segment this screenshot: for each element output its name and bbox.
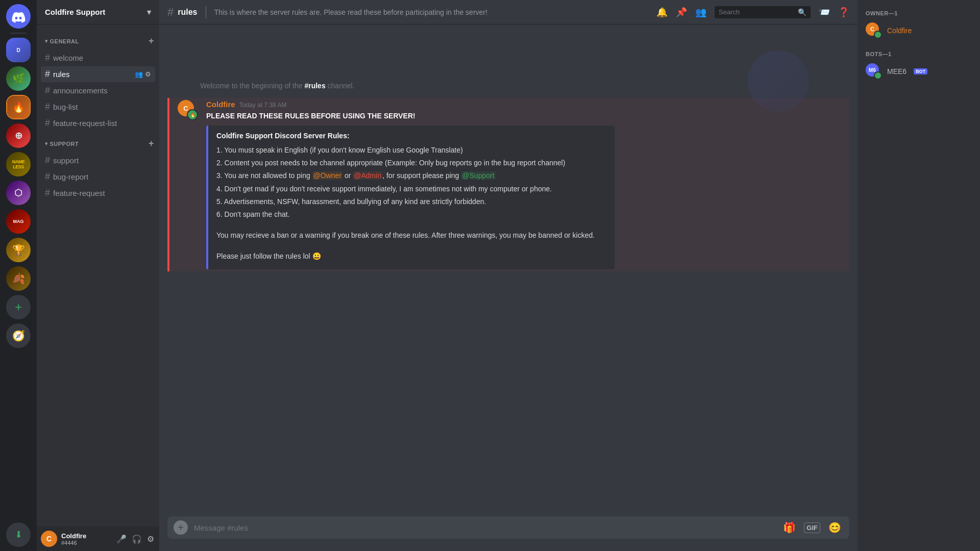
settings-icon[interactable]: ⚙	[145, 70, 151, 78]
channel-bug-list[interactable]: # bug-list	[41, 99, 155, 115]
member-list-icon[interactable]: 👥	[695, 7, 706, 18]
message-timestamp: Today at 7:38 AM	[239, 102, 287, 109]
search-icon: 🔍	[798, 8, 806, 16]
channel-header-hash-icon: #	[167, 6, 174, 19]
server-icon-4[interactable]: ⊕	[6, 123, 31, 148]
server-icon-1[interactable]: D	[6, 38, 31, 62]
manage-members-icon[interactable]: 👥	[135, 70, 143, 78]
channel-welcome[interactable]: # welcome	[41, 50, 155, 66]
embed-footer2: Please just follow the rules lol 😀	[216, 250, 606, 263]
message-bold-text: PLEASE READ THESE RULES BEFORE USING THE…	[206, 112, 415, 120]
server-name: Coldfire Support	[45, 8, 105, 16]
search-bar[interactable]: 🔍	[715, 6, 811, 18]
channel-feature-request-list-label: feature-request-list	[53, 119, 117, 128]
channel-start-name: #rules	[304, 82, 325, 90]
discord-home-button[interactable]	[6, 4, 31, 29]
embed-rule-5: 5. Advertisements, NSFW, harassment, and…	[216, 195, 606, 208]
member-sub-avatar	[874, 31, 882, 39]
member-coldfire[interactable]: C Coldfire	[862, 20, 976, 41]
embed-rule-6: 6. Don't spam the chat.	[216, 208, 606, 221]
server-icon-nameless[interactable]: NAMELESS	[6, 152, 31, 177]
chevron-down-icon: ▾	[147, 8, 151, 17]
member-category-bots: BOTS—1	[862, 49, 976, 59]
category-general[interactable]: ▾ GENERAL +	[37, 33, 159, 49]
pinned-messages-icon[interactable]: 📌	[676, 7, 687, 18]
avatar-sub: 🔥	[187, 109, 198, 120]
channel-welcome-label: welcome	[53, 54, 83, 62]
messages-area[interactable]: Welcome to the beginning of the #rules c…	[159, 24, 857, 516]
channel-sidebar: Coldfire Support ▾ ▾ GENERAL + # welcome…	[37, 0, 159, 551]
user-settings-button[interactable]: ⚙	[146, 533, 155, 545]
user-name: Coldfire	[61, 532, 111, 540]
message-input-area: + 🎁 GIF 😊	[159, 516, 857, 551]
member-name-mee6: MEE6	[887, 67, 906, 76]
server-icon-2[interactable]: 🌿	[6, 66, 31, 91]
add-channel-support-button[interactable]: +	[148, 137, 155, 150]
add-server-button[interactable]: +	[6, 295, 31, 319]
gift-icon[interactable]: 🎁	[781, 519, 798, 536]
channel-announcements[interactable]: # announcements	[41, 83, 155, 98]
hash-icon: #	[45, 69, 50, 80]
message-input[interactable]	[194, 523, 775, 532]
add-channel-button[interactable]: +	[148, 35, 155, 47]
server-icon-8[interactable]: 🏆	[6, 238, 31, 262]
hash-icon: #	[45, 85, 50, 96]
message-author[interactable]: Coldfire	[206, 100, 235, 109]
download-button[interactable]: ⬇	[6, 522, 31, 547]
channel-rules-label: rules	[53, 70, 70, 79]
member-list: OWNER—1 C Coldfire BOTS—1 M6 MEE6 BOT	[857, 0, 980, 551]
channel-support[interactable]: # support	[41, 153, 155, 168]
channel-feature-request-list[interactable]: # feature-request-list	[41, 115, 155, 131]
server-icon-coldfire[interactable]: 🔥	[6, 95, 31, 119]
user-panel: C Coldfire #4446 🎤 🎧 ⚙	[37, 527, 159, 551]
server-list: D 🌿 🔥 ⊕ NAMELESS ⬡ MAG 🏆 🍂 + 🧭 ⬇	[0, 0, 37, 551]
mee6-sub-avatar	[874, 71, 882, 80]
chevron-icon: ▾	[45, 38, 48, 44]
search-input[interactable]	[719, 8, 796, 16]
mention-admin[interactable]: @Admin	[353, 171, 382, 180]
channel-bug-report-label: bug-report	[53, 172, 88, 181]
embed-rule3-middle: or	[342, 171, 353, 180]
channel-bug-report[interactable]: # bug-report	[41, 169, 155, 185]
inbox-icon[interactable]: 📨	[819, 7, 830, 18]
server-icon-6[interactable]: ⬡	[6, 181, 31, 205]
channel-actions: 👥 ⚙	[135, 70, 151, 78]
mention-support[interactable]: @Support	[461, 171, 495, 180]
server-header[interactable]: Coldfire Support ▾	[37, 0, 159, 24]
mention-owner[interactable]: @Owner	[312, 171, 342, 180]
embed-box: Coldfire Support Discord Server Rules: 1…	[206, 126, 615, 269]
user-info: Coldfire #4446	[61, 532, 111, 546]
channel-feature-request-label: feature-request	[53, 189, 105, 197]
member-mee6[interactable]: M6 MEE6 BOT	[862, 61, 976, 82]
add-attachment-button[interactable]: +	[174, 520, 188, 535]
channel-support-label: support	[53, 156, 79, 165]
channel-rules[interactable]: # rules 👥 ⚙	[41, 66, 155, 82]
server-icon-mag[interactable]: MAG	[6, 209, 31, 234]
emoji-picker-button[interactable]: 😊	[826, 519, 843, 536]
explore-servers-button[interactable]: 🧭	[6, 323, 31, 348]
hash-icon: #	[45, 155, 50, 166]
hash-icon: #	[45, 53, 50, 63]
user-tag: #4446	[61, 540, 111, 546]
bot-badge: BOT	[914, 68, 927, 74]
hash-icon: #	[45, 171, 50, 182]
channel-bug-list-label: bug-list	[53, 103, 78, 111]
channel-feature-request[interactable]: # feature-request	[41, 185, 155, 201]
category-support[interactable]: ▾ SUPPORT +	[37, 135, 159, 152]
help-icon[interactable]: ❓	[838, 7, 849, 18]
hash-icon: #	[45, 102, 50, 112]
channel-start-end: channel.	[328, 82, 355, 90]
gif-button[interactable]: GIF	[804, 522, 820, 533]
message-group: C 🔥 Coldfire Today at 7:38 AM PLEASE REA…	[167, 98, 849, 271]
deafen-button[interactable]: 🎧	[131, 533, 143, 545]
message-avatar: C 🔥	[178, 100, 198, 120]
channel-announcements-label: announcements	[53, 86, 108, 95]
embed-footer1: You may recieve a ban or a warning if yo…	[216, 229, 606, 242]
mute-button[interactable]: 🎤	[115, 533, 128, 545]
message-content: Coldfire Today at 7:38 AM PLEASE READ TH…	[206, 100, 841, 269]
category-general-label: GENERAL	[50, 38, 79, 44]
embed-rule3-before: 3. You are not allowed to ping	[216, 171, 312, 180]
server-icon-9[interactable]: 🍂	[6, 266, 31, 291]
channel-topic: This is where the server rules are. Plea…	[214, 8, 653, 16]
notification-bell-icon[interactable]: 🔔	[656, 7, 668, 18]
